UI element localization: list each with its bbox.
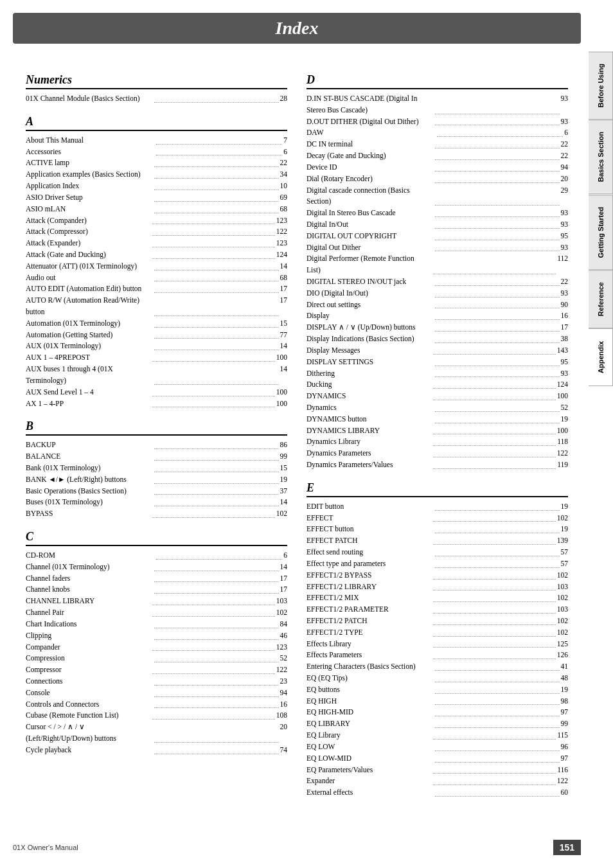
side-tab-4[interactable]: Appendix xyxy=(589,328,613,386)
entry-text: About This Manual xyxy=(26,135,155,146)
entry-dots xyxy=(435,173,560,183)
index-entry: DAW6 xyxy=(306,127,568,139)
entry-dots xyxy=(154,192,279,202)
entry-page: 20 xyxy=(561,173,569,185)
index-entry: 01X Channel Module (Basics Section)28 xyxy=(26,93,287,105)
entry-text: Display xyxy=(306,310,434,322)
entry-page: 90 xyxy=(561,299,569,311)
entry-text: Application Index xyxy=(26,181,153,192)
index-entry: ACTIVE lamp22 xyxy=(26,157,287,169)
entry-page: 108 xyxy=(276,710,287,722)
entry-dots xyxy=(435,162,560,172)
section-a: AAbout This Manual7Accessories6ACTIVE la… xyxy=(26,115,287,410)
entry-dots xyxy=(435,741,560,751)
entry-text: EQ buttons xyxy=(306,684,434,696)
entry-dots xyxy=(435,753,560,763)
entry-page: 96 xyxy=(561,741,569,753)
entry-page: 84 xyxy=(280,619,288,630)
index-entry: BACKUP86 xyxy=(26,439,287,451)
entry-dots xyxy=(152,642,275,651)
entry-text: DYNAMICS LIBRARY xyxy=(306,425,432,437)
entry-text: Effects Library xyxy=(306,639,432,650)
entry-text: EFFECT1/2 MIX xyxy=(306,592,432,604)
entry-text: Display Messages xyxy=(306,345,432,357)
entry-page: 122 xyxy=(276,226,287,238)
entry-text: ASIO Driver Setup xyxy=(26,192,153,204)
index-entry: EFFECT button19 xyxy=(306,524,568,535)
entry-page: 94 xyxy=(280,687,288,699)
entry-page: 74 xyxy=(280,745,288,756)
entry-text: External effects xyxy=(306,787,434,799)
entry-dots xyxy=(435,208,560,217)
side-tab-3[interactable]: Reference xyxy=(589,270,613,328)
index-entry: D.IN ST-BUS CASCADE (Digital In Stereo B… xyxy=(306,93,568,116)
entry-dots xyxy=(154,157,279,167)
entry-dots xyxy=(152,596,275,605)
entry-text: Dynamics Parameters/Values xyxy=(306,459,432,471)
side-tabs: Before UsingBasics SectionGetting Starte… xyxy=(589,51,613,386)
index-entry: Attack (Gate and Ducking)124 xyxy=(26,249,287,261)
entry-text: Attack (Gate and Ducking) xyxy=(26,249,151,261)
entry-dots xyxy=(433,604,556,614)
index-entry: ASIO mLAN68 xyxy=(26,204,287,215)
entry-text: Compression xyxy=(26,653,153,664)
entry-text: AUTO R/W (Automation Read/Write) button xyxy=(26,295,153,318)
entry-page: 19 xyxy=(561,524,569,535)
entry-page: 14 xyxy=(280,562,288,573)
section-heading: D xyxy=(306,73,568,89)
entry-dots xyxy=(154,283,279,293)
index-entry: Application Index10 xyxy=(26,181,287,192)
index-entry: Compression52 xyxy=(26,653,287,664)
entry-dots xyxy=(156,146,283,156)
section-e: EEDIT button19EFFECT102EFFECT button19EF… xyxy=(306,481,568,799)
entry-text: Cubase (Remote Function List) xyxy=(26,710,151,722)
entry-dots xyxy=(435,787,560,797)
entry-dots xyxy=(156,135,283,145)
entry-dots xyxy=(433,448,556,457)
index-entry: EQ (EQ Tips)48 xyxy=(306,673,568,684)
entry-text: Accessories xyxy=(26,146,155,158)
index-entry: Display16 xyxy=(306,310,568,322)
entry-dots xyxy=(154,463,279,472)
entry-dots xyxy=(152,508,275,518)
entry-page: 115 xyxy=(557,730,568,741)
entry-page: 69 xyxy=(280,192,288,204)
index-entry: AUX Send Level 1 – 4100 xyxy=(26,387,287,398)
entry-text: AUX 1 – 4PREPOST xyxy=(26,352,151,364)
entry-text: Compressor xyxy=(26,664,151,676)
index-entry: Channel (01X Terminology)14 xyxy=(26,562,287,573)
entry-text: Effects Parameters xyxy=(306,650,432,661)
side-tab-1[interactable]: Basics Section xyxy=(589,120,613,194)
index-entry: EQ HIGH98 xyxy=(306,696,568,707)
entry-dots xyxy=(154,439,279,449)
entry-text: AUX buses 1 through 4 (01X Terminology) xyxy=(26,364,153,387)
entry-page: 6 xyxy=(283,550,287,562)
entry-dots xyxy=(154,676,279,686)
index-entry: AUX buses 1 through 4 (01X Terminology)1… xyxy=(26,364,287,387)
entry-dots xyxy=(154,573,279,583)
section-heading: C xyxy=(26,530,287,546)
entry-dots xyxy=(154,687,279,697)
entry-dots xyxy=(154,722,279,743)
entry-dots xyxy=(435,322,560,332)
entry-dots xyxy=(154,181,279,190)
index-entry: BANK ◄/► (Left/Right) buttons19 xyxy=(26,474,287,486)
entry-dots xyxy=(433,730,556,740)
entry-text: DISPLAY SETTINGS xyxy=(306,357,434,368)
entry-dots xyxy=(152,664,275,674)
entry-page: 102 xyxy=(557,570,568,581)
entry-dots xyxy=(433,459,556,469)
index-entry: Decay (Gate and Ducking)22 xyxy=(306,150,568,162)
entry-text: Digital In Stereo Bus Cascade xyxy=(306,208,434,219)
entry-page: 102 xyxy=(557,627,568,639)
entry-dots xyxy=(435,231,560,240)
footer-text: 01X Owner's Manual xyxy=(13,844,78,851)
index-entry: Audio out68 xyxy=(26,272,287,284)
side-tab-2[interactable]: Getting Started xyxy=(589,195,613,270)
entry-page: 38 xyxy=(561,333,569,345)
entry-page: 17 xyxy=(561,322,569,333)
entry-page: 98 xyxy=(561,696,569,707)
side-tab-0[interactable]: Before Using xyxy=(589,51,613,120)
index-entry: Channel Pair102 xyxy=(26,607,287,619)
index-entry: Controls and Connectors16 xyxy=(26,699,287,711)
